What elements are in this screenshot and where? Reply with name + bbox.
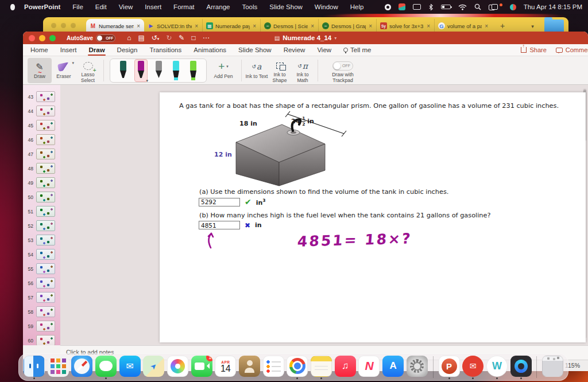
ribbon-tab-transitions[interactable]: Transitions	[149, 45, 182, 54]
pen-teal-marker[interactable]	[117, 60, 129, 81]
draw-tool-button[interactable]: ✎ Draw	[28, 58, 52, 83]
screen-share-icon[interactable]	[489, 4, 497, 10]
save-icon[interactable]: ▤	[138, 34, 144, 42]
dock-icon-notes[interactable]	[310, 356, 332, 379]
dock-icon-calendar[interactable]: APR14	[215, 356, 237, 379]
new-doc-icon[interactable]: □	[191, 34, 195, 42]
bluetooth-icon[interactable]	[428, 3, 434, 11]
slide-thumbnail-59[interactable]: 59	[23, 319, 60, 333]
ink-to-math-button[interactable]: ↺π Ink to Math	[291, 58, 314, 83]
wifi-icon[interactable]	[458, 4, 467, 10]
tab-close-icon[interactable]: ×	[252, 23, 257, 29]
lasso-select-button[interactable]: Lasso Select	[76, 58, 100, 83]
dock-icon-music[interactable]: ♫	[334, 356, 357, 379]
menu-file[interactable]: File	[72, 3, 83, 10]
dock-icon-facetime[interactable]: 1	[191, 356, 213, 379]
home-icon[interactable]: ⌂	[127, 34, 131, 42]
ribbon-tab-slide-show[interactable]: Slide Show	[238, 45, 272, 54]
slide-thumbnail-49[interactable]: 49	[23, 176, 60, 190]
dock-icon-trash[interactable]	[541, 356, 564, 379]
record-indicator-icon[interactable]	[385, 4, 391, 10]
dock-icon-chrome[interactable]	[287, 356, 309, 379]
title-chevron-icon[interactable]: ▾	[334, 36, 336, 41]
dock-icon-quicktime[interactable]	[510, 356, 532, 379]
ribbon-tab-draw[interactable]: Draw	[88, 45, 105, 54]
menu-powerpoint[interactable]: PowerPoint	[24, 3, 60, 10]
apple-menu-icon[interactable]	[9, 3, 16, 10]
comments-button[interactable]: Comments	[556, 46, 588, 53]
answer-b-input[interactable]	[199, 221, 240, 229]
battery-icon[interactable]	[441, 5, 451, 10]
eraser-tool-button[interactable]: ▾ Eraser	[52, 58, 76, 83]
tab-overflow-chevron-icon[interactable]: ▾	[531, 24, 534, 29]
browser-tab-numerade-sent[interactable]: MNumerade sent×	[86, 19, 144, 33]
minimize-window-button[interactable]	[39, 35, 45, 41]
slide-thumbnail-51[interactable]: 51	[23, 204, 60, 219]
dock-icon-mail[interactable]: ✉	[119, 356, 141, 379]
undo-icon[interactable]: ↺▾	[152, 34, 160, 42]
menu-tools[interactable]: Tools	[242, 3, 257, 10]
slide-thumbnail-47[interactable]: 47	[23, 147, 60, 161]
redo-icon[interactable]: ↻	[166, 34, 172, 42]
browser-tab-volume-of-a-pa[interactable]: Gvolume of a pa×	[434, 19, 492, 33]
dock-icon-finder[interactable]	[23, 356, 45, 379]
slide-thumbnail-58[interactable]: 58	[23, 305, 60, 319]
menu-help[interactable]: Help	[350, 3, 364, 10]
status-app-icon[interactable]	[399, 3, 405, 10]
share-button[interactable]: Share	[521, 46, 546, 53]
browser-tab-solve-for-3x-3[interactable]: Sysolve for 3x+3×	[376, 19, 434, 33]
slide-thumbnail-60[interactable]: 60	[23, 333, 60, 345]
tab-close-icon[interactable]: ×	[310, 23, 315, 29]
ribbon-tab-animations[interactable]: Animations	[193, 45, 227, 54]
new-tab-button[interactable]: +	[500, 21, 505, 30]
dock-icon-messages[interactable]	[95, 356, 117, 379]
slide-thumbnail-55[interactable]: 55	[23, 262, 60, 276]
display-icon[interactable]	[413, 4, 421, 10]
tab-close-icon[interactable]: ×	[194, 23, 199, 29]
pen-cyan-highlighter[interactable]	[170, 60, 182, 81]
slide-thumbnail-57[interactable]: 57	[23, 290, 60, 305]
more-commands-icon[interactable]: ⋯	[203, 34, 210, 42]
answer-a-input[interactable]	[199, 198, 240, 206]
tab-close-icon[interactable]: ×	[426, 23, 431, 29]
slide-thumbnail-46[interactable]: 46	[23, 132, 60, 147]
menu-arrange[interactable]: Arrange	[207, 3, 230, 10]
dock-icon-photos[interactable]	[167, 356, 189, 379]
zoom-window-button[interactable]	[49, 35, 56, 41]
dock-icon-maps[interactable]: ➤	[142, 356, 165, 379]
slide-thumbnail-43[interactable]: 43	[23, 89, 60, 104]
browser-tab-desmos-scien[interactable]: ~Desmos | Scien×	[260, 19, 318, 33]
control-center-icon[interactable]	[510, 4, 516, 10]
dock-icon-launchpad[interactable]	[47, 356, 69, 379]
menu-window[interactable]: Window	[315, 3, 338, 10]
menu-view[interactable]: View	[119, 3, 133, 10]
dock-icon-safari[interactable]	[71, 356, 93, 379]
dock-icon-settings[interactable]	[406, 356, 428, 379]
ink-to-text-button[interactable]: ↺a Ink to Text	[245, 58, 268, 83]
ink-to-shape-button[interactable]: Ink to Shape	[268, 58, 291, 83]
menu-clock[interactable]: Thu Apr 14 8:15 PM	[524, 3, 582, 10]
autosave-switch[interactable]: OFF	[96, 34, 115, 42]
tab-close-icon[interactable]: ×	[368, 23, 373, 29]
menu-format[interactable]: Format	[173, 3, 194, 10]
ribbon-tab-view[interactable]: View	[316, 45, 332, 54]
browser-tab-numerade-pay[interactable]: ▦Numerade pay×	[202, 19, 260, 33]
menu-slide-show[interactable]: Slide Show	[269, 3, 303, 10]
saveas-icon[interactable]: ✎	[179, 34, 184, 42]
slide-thumbnail-56[interactable]: 56	[23, 276, 60, 290]
ribbon-tab-insert[interactable]: Insert	[60, 45, 78, 54]
spotlight-icon[interactable]	[474, 3, 481, 10]
close-window-button[interactable]	[29, 35, 35, 41]
slide-thumbnail-45[interactable]: 45	[23, 118, 60, 132]
tab-close-icon[interactable]: ×	[136, 23, 141, 29]
pen-green-highlighter[interactable]	[187, 60, 199, 81]
dock-icon-news[interactable]: N	[358, 356, 381, 379]
tab-close-icon[interactable]: ×	[484, 23, 489, 29]
autosave-toggle[interactable]: AutoSave OFF	[67, 34, 115, 42]
dock-icon-contacts[interactable]	[238, 356, 261, 379]
pen-magenta-marker[interactable]: ▾	[134, 59, 148, 82]
draw-with-trackpad-toggle[interactable]: OFF Draw with Trackpad	[322, 58, 364, 83]
add-pen-button[interactable]: + Add Pen	[209, 58, 238, 83]
pen-gray-pencil[interactable]	[153, 60, 165, 81]
slide-thumbnail-52[interactable]: 52	[23, 219, 60, 233]
